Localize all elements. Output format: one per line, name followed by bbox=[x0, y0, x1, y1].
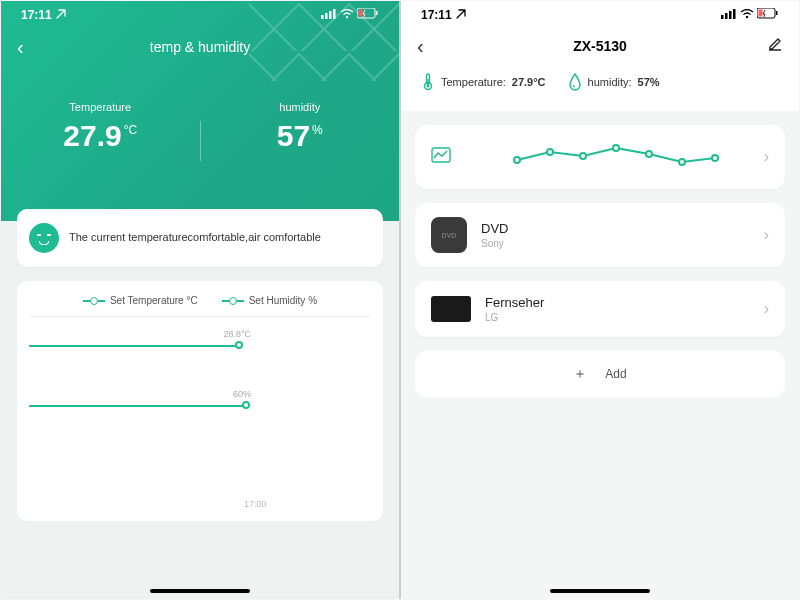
svg-point-12 bbox=[746, 16, 748, 18]
sparkline-chart bbox=[465, 142, 769, 172]
location-icon bbox=[56, 8, 66, 22]
svg-point-21 bbox=[514, 157, 520, 163]
plus-icon: ＋ bbox=[573, 365, 587, 383]
svg-rect-3 bbox=[333, 9, 336, 19]
device-name: Fernseher bbox=[485, 295, 544, 310]
humidity-value: 57% bbox=[638, 76, 660, 88]
svg-point-23 bbox=[580, 153, 586, 159]
temperature-slider[interactable]: 28.8°C bbox=[29, 317, 371, 377]
humidity-label: humidity: bbox=[588, 76, 632, 88]
svg-rect-8 bbox=[721, 15, 724, 19]
comfort-card: The current temperaturecomfortable,air c… bbox=[17, 209, 383, 267]
signal-icon bbox=[721, 8, 737, 22]
svg-rect-6 bbox=[376, 11, 378, 15]
svg-rect-0 bbox=[321, 15, 324, 19]
body-panel: The current temperaturecomfortable,air c… bbox=[1, 221, 399, 599]
svg-point-22 bbox=[547, 149, 553, 155]
edit-button[interactable] bbox=[767, 36, 783, 56]
info-row: Temperature: 27.9°C humidity: 57% bbox=[401, 63, 799, 101]
device-name: DVD bbox=[481, 221, 508, 236]
humidity-label: humidity bbox=[201, 101, 400, 113]
battery-icon bbox=[757, 8, 779, 22]
wifi-icon bbox=[340, 8, 354, 22]
svg-point-4 bbox=[346, 16, 348, 18]
device-brand: LG bbox=[485, 312, 544, 323]
droplet-icon bbox=[568, 73, 582, 91]
chart-legend: Set Temperature °C Set Humidity % bbox=[29, 295, 371, 317]
svg-rect-15 bbox=[759, 10, 763, 17]
smiley-icon bbox=[29, 223, 59, 253]
chevron-right-icon: › bbox=[764, 300, 769, 318]
humidity-reading: humidity 57% bbox=[201, 101, 400, 161]
temp-slider-handle[interactable] bbox=[235, 341, 243, 349]
chart-icon bbox=[431, 147, 451, 167]
humidity-unit: % bbox=[312, 123, 323, 137]
temp-slider-label: 28.8°C bbox=[223, 329, 251, 339]
back-button[interactable]: ‹ bbox=[17, 36, 24, 59]
signal-icon bbox=[321, 8, 337, 22]
humidity-value: 57 bbox=[277, 119, 310, 152]
device-title: ZX-5130 bbox=[573, 38, 627, 54]
chevron-right-icon: › bbox=[764, 148, 769, 166]
svg-rect-7 bbox=[359, 10, 363, 17]
svg-rect-1 bbox=[325, 13, 328, 19]
svg-point-27 bbox=[712, 155, 718, 161]
status-bar: 17:11 bbox=[401, 1, 799, 29]
screen-temp-humidity: 17:11 ‹ temp & humidity Temperature bbox=[1, 1, 399, 599]
device-body: › DVD DVD Sony › Fernseher LG › ＋ bbox=[401, 111, 799, 599]
add-button[interactable]: ＋ Add bbox=[415, 351, 785, 397]
chart-card[interactable]: › bbox=[415, 125, 785, 189]
back-button[interactable]: ‹ bbox=[417, 35, 424, 58]
x-axis-tick: 17:00 bbox=[244, 499, 267, 509]
temp-label: Temperature: bbox=[441, 76, 506, 88]
page-title: temp & humidity bbox=[150, 39, 250, 55]
wifi-icon bbox=[740, 8, 754, 22]
legend-marker-icon bbox=[83, 300, 105, 302]
status-time: 17:11 bbox=[21, 8, 52, 22]
status-bar: 17:11 bbox=[1, 1, 399, 29]
svg-rect-14 bbox=[776, 11, 778, 15]
tv-icon bbox=[431, 296, 471, 322]
legend-marker-icon bbox=[222, 300, 244, 302]
temperature-unit: °C bbox=[124, 123, 137, 137]
home-indicator[interactable] bbox=[550, 589, 650, 593]
hum-slider-handle[interactable] bbox=[242, 401, 250, 409]
temperature-reading: Temperature 27.9°C bbox=[1, 101, 200, 161]
device-brand: Sony bbox=[481, 238, 508, 249]
temperature-label: Temperature bbox=[1, 101, 200, 113]
svg-point-26 bbox=[679, 159, 685, 165]
svg-point-24 bbox=[613, 145, 619, 151]
screen-device: 17:11 ‹ ZX-5130 Temperature: 27 bbox=[401, 1, 799, 599]
dvd-icon: DVD bbox=[431, 217, 467, 253]
svg-rect-2 bbox=[329, 11, 332, 19]
svg-point-25 bbox=[646, 151, 652, 157]
battery-icon bbox=[357, 8, 379, 22]
thermometer-icon bbox=[421, 73, 435, 91]
legend-temp: Set Temperature °C bbox=[110, 295, 198, 306]
legend-humidity: Set Humidity % bbox=[249, 295, 317, 306]
svg-rect-9 bbox=[725, 13, 728, 19]
svg-rect-10 bbox=[729, 11, 732, 19]
comfort-text: The current temperaturecomfortable,air c… bbox=[69, 230, 321, 245]
add-label: Add bbox=[605, 367, 626, 381]
temp-value: 27.9°C bbox=[512, 76, 546, 88]
device-card-tv[interactable]: Fernseher LG › bbox=[415, 281, 785, 337]
svg-rect-11 bbox=[733, 9, 736, 19]
hum-slider-label: 60% bbox=[233, 389, 251, 399]
chevron-right-icon: › bbox=[764, 226, 769, 244]
home-indicator[interactable] bbox=[150, 589, 250, 593]
location-icon bbox=[456, 8, 466, 22]
device-card-dvd[interactable]: DVD DVD Sony › bbox=[415, 203, 785, 267]
temperature-value: 27.9 bbox=[63, 119, 121, 152]
status-time: 17:11 bbox=[421, 8, 452, 22]
humidity-slider[interactable]: 60% bbox=[29, 377, 371, 437]
chart-card: Set Temperature °C Set Humidity % 28.8°C… bbox=[17, 281, 383, 521]
